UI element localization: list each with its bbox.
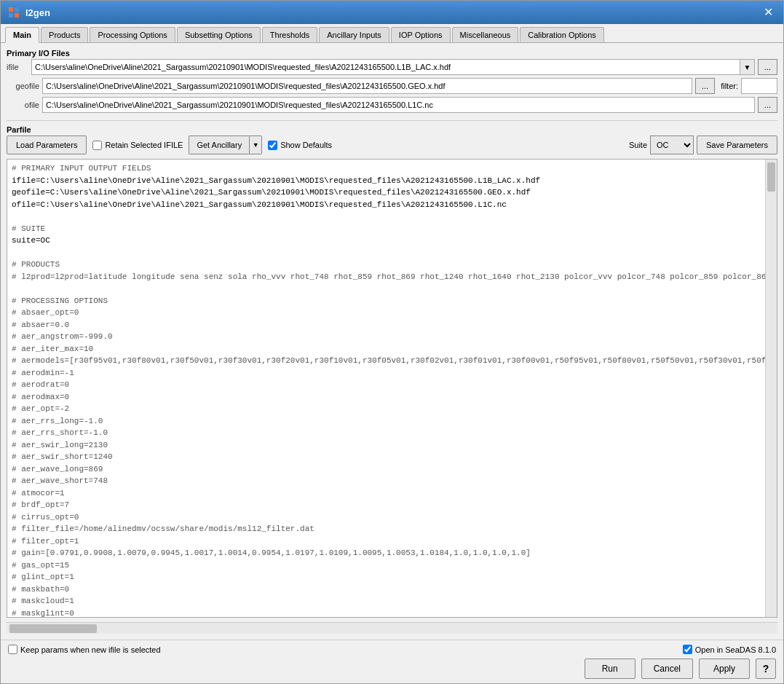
primary-io-section: Primary I/O Files ifile C:\Users\aline\O… <box>7 49 777 116</box>
get-ancillary-dropdown: Get Ancillary ▼ <box>189 135 262 154</box>
geofile-row: geofile ... filter: <box>7 78 777 94</box>
get-ancillary-button[interactable]: Get Ancillary <box>189 135 249 154</box>
tab-processing[interactable]: Processing Options <box>90 27 175 42</box>
tab-main[interactable]: Main <box>5 27 39 43</box>
main-window: l2gen ✕ Main Products Processing Options… <box>0 0 784 684</box>
ifile-browse-button[interactable]: ... <box>758 59 777 75</box>
suite-group: Suite OC IOP RRS Save Parameters <box>629 135 777 154</box>
tabs-bar: Main Products Processing Options Subsett… <box>1 24 783 43</box>
suite-label: Suite <box>629 141 647 149</box>
cancel-button[interactable]: Cancel <box>641 659 693 679</box>
keep-params-checkbox-label[interactable]: Keep params when new ifile is selected <box>8 645 161 654</box>
text-content[interactable]: # PRIMARY INPUT OUTPUT FIELDSifile=C:\Us… <box>7 160 765 617</box>
help-button[interactable]: ? <box>756 659 776 679</box>
svg-rect-3 <box>15 13 19 17</box>
filter-input[interactable] <box>741 78 777 94</box>
main-content: Primary I/O Files ifile C:\Users\aline\O… <box>1 43 783 640</box>
open-seadas-label: Open in SeaDAS 8.1.0 <box>695 645 776 654</box>
tab-products[interactable]: Products <box>41 27 88 42</box>
ofile-input[interactable] <box>42 97 755 113</box>
tab-calibration[interactable]: Calibration Options <box>520 27 604 42</box>
svg-rect-0 <box>9 7 13 12</box>
keep-params-checkbox[interactable] <box>8 645 17 654</box>
open-seadas-checkbox-label[interactable]: Open in SeaDAS 8.1.0 <box>683 645 776 654</box>
parfile-section: Parfile Load Parameters Retain Selected … <box>7 120 777 154</box>
ifile-value: C:\Users\aline\OneDrive\Aline\2021_Sarga… <box>32 61 740 73</box>
get-ancillary-arrow[interactable]: ▼ <box>249 135 262 154</box>
parfile-label: Parfile <box>7 125 777 134</box>
tab-thresholds[interactable]: Thresholds <box>262 27 317 42</box>
tab-miscellaneous[interactable]: Miscellaneous <box>452 27 519 42</box>
app-icon <box>8 7 20 18</box>
geofile-label: geofile <box>7 82 39 90</box>
geofile-input[interactable] <box>42 78 692 94</box>
horizontal-scrollbar[interactable] <box>7 622 777 634</box>
footer-top: Keep params when new ifile is selected O… <box>8 645 776 654</box>
ofile-row: ofile ... <box>7 97 777 113</box>
ifile-combo[interactable]: C:\Users\aline\OneDrive\Aline\2021_Sarga… <box>31 59 755 75</box>
load-parameters-button[interactable]: Load Parameters <box>7 135 87 154</box>
ifile-row: ifile C:\Users\aline\OneDrive\Aline\2021… <box>7 59 777 75</box>
save-parameters-button[interactable]: Save Parameters <box>697 135 777 154</box>
h-scrollbar-thumb[interactable] <box>9 624 97 633</box>
show-defaults-label: Show Defaults <box>280 141 332 149</box>
suite-select[interactable]: OC IOP RRS <box>650 135 694 154</box>
ifile-label: ifile <box>7 63 28 71</box>
keep-params-label: Keep params when new ifile is selected <box>20 645 161 654</box>
retain-ifile-label: Retain Selected IFILE <box>105 141 183 149</box>
tab-subsetting[interactable]: Subsetting Options <box>177 27 261 42</box>
scrollbar-thumb[interactable] <box>767 162 775 192</box>
svg-rect-1 <box>15 7 19 12</box>
svg-rect-2 <box>9 13 13 17</box>
vertical-scrollbar[interactable] <box>765 160 777 617</box>
geofile-browse-button[interactable]: ... <box>695 78 715 94</box>
ofile-browse-button[interactable]: ... <box>758 97 777 113</box>
footer-buttons: Run Cancel Apply ? <box>8 659 776 679</box>
open-seadas-checkbox[interactable] <box>683 645 692 654</box>
show-defaults-checkbox-label[interactable]: Show Defaults <box>268 141 332 150</box>
show-defaults-checkbox[interactable] <box>268 141 277 150</box>
filter-label: filter: <box>721 82 738 90</box>
retain-ifile-checkbox[interactable] <box>92 141 102 150</box>
parfile-controls: Load Parameters Retain Selected IFILE Ge… <box>7 135 777 154</box>
close-button[interactable]: ✕ <box>761 7 776 18</box>
title-bar: l2gen ✕ <box>1 1 783 24</box>
retain-ifile-checkbox-label[interactable]: Retain Selected IFILE <box>92 141 183 150</box>
footer: Keep params when new ifile is selected O… <box>1 640 783 683</box>
primary-io-label: Primary I/O Files <box>7 49 777 58</box>
ifile-dropdown-arrow[interactable]: ▼ <box>740 60 754 74</box>
tab-iop[interactable]: IOP Options <box>391 27 451 42</box>
text-area-container: # PRIMARY INPUT OUTPUT FIELDSifile=C:\Us… <box>7 159 777 618</box>
run-button[interactable]: Run <box>585 659 635 679</box>
title-bar-left: l2gen <box>8 7 50 18</box>
tab-ancillary[interactable]: Ancillary Inputs <box>319 27 389 42</box>
apply-button[interactable]: Apply <box>699 659 750 679</box>
window-title: l2gen <box>25 7 50 18</box>
ofile-label: ofile <box>7 101 39 109</box>
